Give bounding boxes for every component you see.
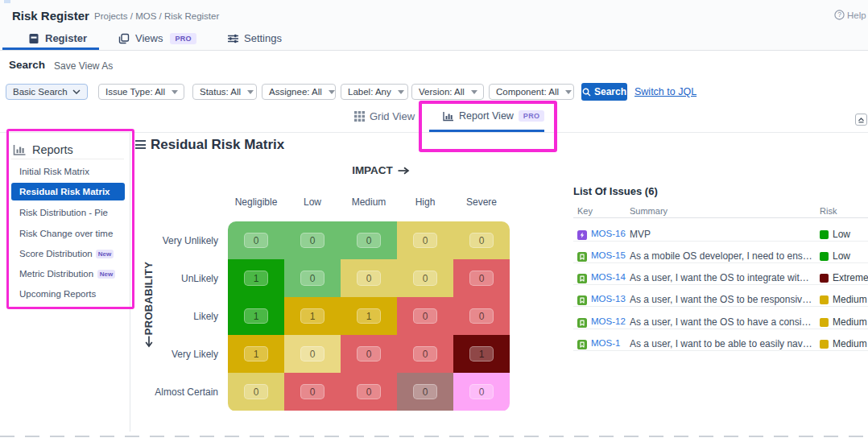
svg-text:?: ?: [837, 10, 841, 19]
